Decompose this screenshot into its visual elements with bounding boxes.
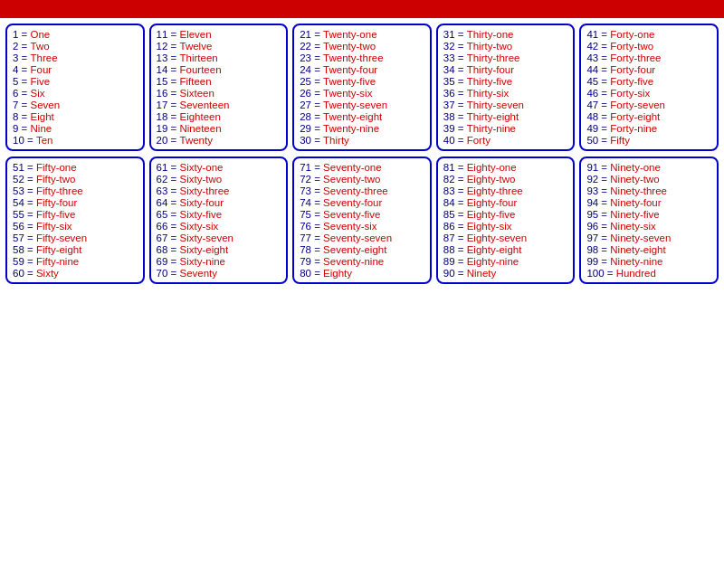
number-entry-15: 15 = Fifteen [157,76,281,87]
number-name-43: Forty-three [610,52,661,63]
number-name-7: Seven [31,100,61,110]
number-66: 66 [157,221,168,232]
number-entry-5: 5 = Five [13,76,138,87]
number-63: 63 [157,185,168,196]
number-37: 37 [443,100,455,110]
number-name-83: Eighty-three [467,185,523,196]
equals-sign: = [24,197,36,208]
number-59: 59 [13,256,24,267]
number-name-30: Thirty [323,135,349,146]
number-name-23: Twenty-three [323,52,383,63]
equals-sign: = [24,232,36,243]
number-box-g7: 61 = Sixty-one62 = Sixty-two63 = Sixty-t… [149,156,289,284]
equals-sign: = [598,29,610,40]
number-86: 86 [443,221,455,232]
number-box-g10: 91 = Ninety-one92 = Ninety-two93 = Ninet… [579,156,719,284]
number-name-36: Thirty-six [467,88,510,99]
number-name-53: Fifty-three [36,185,83,196]
equals-sign: = [24,244,36,255]
main-content: 1 = One2 = Two3 = Three4 = Four5 = Five6… [0,18,724,289]
equals-sign: = [24,162,36,173]
number-45: 45 [586,76,598,87]
equals-sign: = [598,135,610,146]
number-entry-66: 66 = Sixty-six [157,221,281,232]
number-entry-79: 79 = Seventy-nine [300,256,424,267]
equals-sign: = [598,232,610,243]
equals-sign: = [455,123,467,134]
number-entry-3: 3 = Three [13,52,138,63]
number-42: 42 [586,41,598,52]
number-name-5: Five [31,76,51,87]
number-name-68: Sixty-eight [180,244,229,255]
number-name-61: Sixty-one [180,162,224,173]
number-name-87: Eighty-seven [467,232,527,243]
equals-sign: = [167,100,179,110]
number-name-33: Thirty-three [467,52,520,63]
number-entry-68: 68 = Sixty-eight [157,244,281,255]
number-name-60: Sixty [36,268,59,279]
number-entry-48: 48 = Forty-eight [586,111,711,122]
number-name-10: Ten [36,135,53,146]
number-name-18: Eighteen [180,111,221,122]
number-entry-8: 8 = Eight [13,111,138,122]
number-12: 12 [157,41,168,52]
number-name-45: Forty-five [610,76,653,87]
number-57: 57 [13,232,24,243]
number-name-77: Seventy-seven [323,232,392,243]
number-entry-42: 42 = Forty-two [586,41,711,52]
number-name-79: Seventy-nine [323,256,384,267]
equals-sign: = [167,52,179,63]
number-name-90: Ninety [467,268,497,279]
number-name-54: Fifty-four [36,197,77,208]
equals-sign: = [18,29,30,40]
number-18: 18 [157,111,168,122]
number-entry-26: 26 = Twenty-six [300,88,424,99]
number-68: 68 [157,244,168,255]
equals-sign: = [455,111,467,122]
number-96: 96 [586,221,598,232]
number-entry-13: 13 = Thirteen [157,52,281,63]
number-name-74: Seventy-four [323,197,382,208]
number-entry-12: 12 = Twelve [157,41,281,52]
number-90: 90 [443,268,455,279]
equals-sign: = [311,52,323,63]
equals-sign: = [24,221,36,232]
number-36: 36 [443,88,455,99]
number-entry-82: 82 = Eighty-two [443,174,568,185]
number-name-8: Eight [31,111,54,122]
equals-sign: = [311,209,323,220]
number-entry-10: 10 = Ten [13,135,138,146]
equals-sign: = [455,64,467,75]
equals-sign: = [18,88,30,99]
number-60: 60 [13,268,24,279]
equals-sign: = [311,123,323,134]
equals-sign: = [598,185,610,196]
number-entry-54: 54 = Fifty-four [13,197,138,208]
number-entry-23: 23 = Twenty-three [300,52,424,63]
number-entry-70: 70 = Seventy [157,268,281,279]
number-name-40: Forty [467,135,491,146]
number-entry-33: 33 = Thirty-three [443,52,568,63]
equals-sign: = [455,88,467,99]
number-28: 28 [300,111,311,122]
equals-sign: = [311,41,323,52]
number-92: 92 [586,174,598,185]
number-entry-50: 50 = Fifty [586,135,711,146]
equals-sign: = [598,221,610,232]
equals-sign: = [598,197,610,208]
equals-sign: = [311,197,323,208]
equals-sign: = [18,111,30,122]
number-name-38: Thirty-eight [467,111,519,122]
number-entry-84: 84 = Eighty-four [443,197,568,208]
equals-sign: = [455,174,467,185]
number-name-19: Nineteen [180,123,222,134]
number-entry-77: 77 = Seventy-seven [300,232,424,243]
number-entry-67: 67 = Sixty-seven [157,232,281,243]
number-72: 72 [300,174,311,185]
number-name-35: Thirty-five [467,76,512,87]
number-entry-86: 86 = Eighty-six [443,221,568,232]
number-10: 10 [13,135,24,146]
equals-sign: = [598,123,610,134]
number-entry-47: 47 = Forty-seven [586,100,711,110]
number-name-97: Ninety-seven [610,232,671,243]
